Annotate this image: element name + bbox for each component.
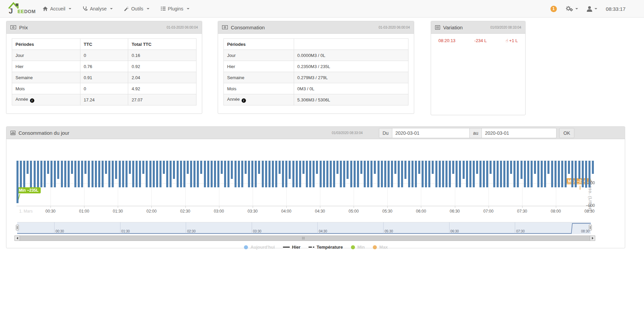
consumption-bar[interactable] bbox=[320, 161, 322, 187]
consumption-bar[interactable] bbox=[432, 161, 434, 174]
consumption-bar[interactable] bbox=[374, 161, 376, 174]
legend-item-max[interactable]: Max bbox=[373, 245, 388, 250]
consumption-bar[interactable] bbox=[565, 161, 567, 187]
consumption-bar[interactable] bbox=[486, 161, 488, 187]
legend-item-min[interactable]: Min bbox=[351, 245, 365, 250]
consumption-bar[interactable] bbox=[102, 161, 104, 187]
consumption-bar[interactable] bbox=[265, 161, 267, 187]
consumption-bar[interactable] bbox=[370, 161, 372, 187]
consumption-bar[interactable] bbox=[88, 161, 90, 187]
consumption-bar[interactable] bbox=[187, 161, 189, 174]
consumption-bar[interactable] bbox=[452, 161, 454, 174]
consumption-bar[interactable] bbox=[490, 161, 492, 174]
consumption-bar[interactable] bbox=[180, 161, 182, 187]
consumption-bar[interactable] bbox=[367, 161, 369, 187]
legend-item-aujourdhui[interactable]: Aujourd'hui bbox=[244, 245, 275, 250]
consumption-bar[interactable] bbox=[333, 161, 335, 187]
consumption-bar[interactable] bbox=[227, 161, 229, 187]
consumption-bar[interactable] bbox=[231, 161, 233, 179]
consumption-bar[interactable] bbox=[296, 161, 298, 187]
info-icon[interactable]: i bbox=[30, 98, 34, 103]
consumption-bar[interactable] bbox=[275, 161, 277, 187]
consumption-bar[interactable] bbox=[473, 161, 475, 187]
consumption-bar[interactable] bbox=[34, 161, 36, 187]
consumption-bar[interactable] bbox=[463, 161, 465, 179]
consumption-bar[interactable] bbox=[404, 161, 406, 179]
consumption-bar[interactable] bbox=[401, 161, 403, 187]
consumption-bar[interactable] bbox=[95, 161, 97, 187]
consumption-bar[interactable] bbox=[156, 161, 158, 187]
consumption-bar[interactable] bbox=[214, 161, 216, 187]
consumption-bar[interactable] bbox=[217, 161, 219, 187]
consumption-bar[interactable] bbox=[313, 161, 315, 187]
consumption-bar[interactable] bbox=[258, 161, 260, 174]
consumption-bar[interactable] bbox=[211, 161, 213, 187]
consumption-bar[interactable] bbox=[381, 161, 383, 187]
consumption-bar[interactable] bbox=[378, 161, 380, 187]
consumption-bar[interactable] bbox=[224, 161, 226, 187]
consumption-bar[interactable] bbox=[23, 161, 25, 187]
consumption-bar[interactable] bbox=[357, 161, 359, 187]
consumption-bar[interactable] bbox=[183, 161, 185, 187]
consumption-bar[interactable] bbox=[360, 161, 362, 174]
navigator-right-handle[interactable] bbox=[589, 225, 592, 230]
consumption-bar[interactable] bbox=[388, 161, 390, 187]
consumption-bar[interactable] bbox=[238, 161, 240, 187]
consumption-bar[interactable] bbox=[200, 161, 202, 174]
consumption-bar[interactable] bbox=[534, 161, 536, 174]
consumption-bar[interactable] bbox=[418, 161, 420, 174]
menu-accueil[interactable]: Accueil bbox=[37, 0, 77, 18]
consumption-bar[interactable] bbox=[445, 161, 448, 187]
consumption-bar[interactable] bbox=[282, 161, 284, 187]
chart-navigator[interactable]: 00:3001:3002:3003:3004:3005:3006:3007:30… bbox=[17, 222, 591, 234]
consumption-bar[interactable] bbox=[558, 161, 560, 187]
consumption-bar[interactable] bbox=[412, 161, 414, 187]
consumption-bar[interactable] bbox=[146, 161, 148, 187]
consumption-bar[interactable] bbox=[37, 161, 39, 187]
jeedom-logo[interactable]: J EEDOM bbox=[5, 0, 37, 18]
menu-analyse[interactable]: Analyse bbox=[77, 0, 118, 18]
consumption-bar[interactable] bbox=[439, 161, 441, 187]
consumption-bar[interactable] bbox=[350, 161, 352, 187]
consumption-bar[interactable] bbox=[547, 161, 549, 174]
consumption-bar[interactable] bbox=[585, 161, 587, 188]
scrollbar-grip[interactable] bbox=[302, 237, 305, 240]
consumption-bar[interactable] bbox=[347, 161, 349, 179]
consumption-bar[interactable] bbox=[544, 161, 546, 187]
consumption-bar[interactable] bbox=[235, 161, 237, 187]
notification-badge[interactable]: 1 bbox=[550, 6, 557, 12]
consumption-bar[interactable] bbox=[497, 161, 499, 187]
consumption-bar[interactable] bbox=[241, 161, 243, 187]
info-icon[interactable]: i bbox=[242, 98, 246, 103]
consumption-bar[interactable] bbox=[16, 161, 19, 203]
consumption-bar[interactable] bbox=[81, 161, 83, 187]
consumption-bar[interactable] bbox=[54, 161, 56, 187]
consumption-bar[interactable] bbox=[449, 161, 451, 187]
consumption-bar[interactable] bbox=[551, 161, 553, 187]
consumption-bar[interactable] bbox=[115, 161, 117, 179]
consumption-bar[interactable] bbox=[309, 161, 311, 187]
consumption-bar[interactable] bbox=[136, 161, 138, 187]
consumption-bar[interactable] bbox=[142, 161, 144, 174]
consumption-bar[interactable] bbox=[78, 161, 80, 187]
consumption-bar[interactable] bbox=[422, 161, 424, 187]
consumption-bar[interactable] bbox=[248, 161, 250, 187]
consumption-bar[interactable] bbox=[521, 161, 523, 179]
consumption-bar[interactable] bbox=[190, 161, 192, 187]
date-to-input[interactable] bbox=[482, 128, 557, 138]
chart-scrollbar[interactable] bbox=[14, 235, 595, 241]
consumption-bar[interactable] bbox=[442, 161, 444, 187]
consumption-bar[interactable] bbox=[98, 161, 100, 187]
consumption-bar[interactable] bbox=[425, 161, 427, 187]
consumption-bar[interactable] bbox=[221, 161, 223, 174]
consumption-bar[interactable] bbox=[554, 161, 557, 187]
consumption-bar[interactable] bbox=[527, 161, 529, 187]
consumption-bar[interactable] bbox=[571, 161, 573, 187]
legend-item-hier[interactable]: Hier bbox=[283, 245, 300, 250]
consumption-bar[interactable] bbox=[568, 161, 570, 174]
consumption-bar[interactable] bbox=[153, 161, 155, 187]
consumption-bar[interactable] bbox=[132, 161, 134, 187]
consumption-bar[interactable] bbox=[61, 161, 63, 187]
consumption-bar[interactable] bbox=[245, 161, 247, 174]
consumption-bar[interactable] bbox=[588, 161, 591, 187]
